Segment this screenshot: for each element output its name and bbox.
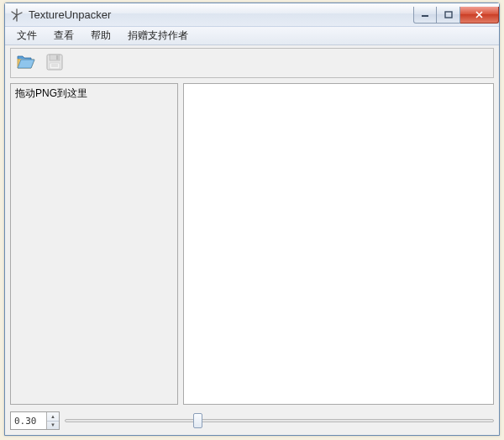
drop-zone[interactable]: 拖动PNG到这里 [10,83,178,405]
toolbar [10,48,494,78]
chevron-up-icon: ▲ [50,414,55,419]
titlebar[interactable]: TextureUnpacker [5,3,499,27]
spinner-buttons: ▲ ▼ [46,412,59,429]
bottombar: ▲ ▼ [5,410,499,435]
slider-thumb[interactable] [193,413,202,428]
zoom-value-input[interactable] [11,412,46,429]
menu-donate[interactable]: 捐赠支持作者 [119,27,197,45]
svg-rect-4 [56,55,59,60]
content-area: 拖动PNG到这里 [5,78,499,410]
window-controls [413,7,499,24]
save-button[interactable] [43,51,66,75]
drop-hint-text: 拖动PNG到这里 [15,87,87,99]
svg-rect-0 [422,15,428,17]
open-button[interactable] [14,51,38,75]
spinner-up-button[interactable]: ▲ [47,412,59,422]
slider-track [65,419,494,422]
zoom-slider[interactable] [65,411,494,430]
app-window: TextureUnpacker 文件 查看 帮助 捐赠支持作者 [4,3,500,436]
zoom-spinner[interactable]: ▲ ▼ [10,411,60,430]
floppy-disk-icon [45,53,64,74]
minimize-button[interactable] [413,7,437,24]
menu-file[interactable]: 文件 [8,27,45,45]
maximize-button[interactable] [437,7,460,24]
menu-help[interactable]: 帮助 [82,27,119,45]
window-title: TextureUnpacker [29,8,111,21]
menubar: 文件 查看 帮助 捐赠支持作者 [5,27,499,45]
app-icon [10,8,24,22]
spinner-down-button[interactable]: ▼ [47,422,59,430]
close-button[interactable] [460,7,499,24]
folder-open-icon [16,53,36,74]
svg-rect-1 [445,12,452,18]
chevron-down-icon: ▼ [50,422,55,427]
preview-canvas[interactable] [183,83,494,405]
menu-view[interactable]: 查看 [45,27,82,45]
